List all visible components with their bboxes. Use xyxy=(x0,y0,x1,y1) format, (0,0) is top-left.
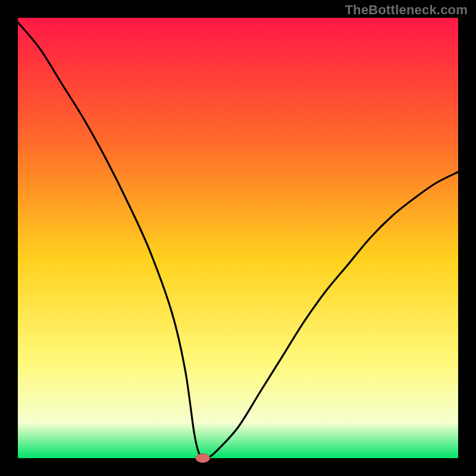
watermark-text: TheBottleneck.com xyxy=(345,2,468,18)
chart-frame: { "watermark": "TheBottleneck.com", "col… xyxy=(0,0,476,476)
plot-background xyxy=(18,18,458,458)
bottleneck-chart xyxy=(0,0,476,476)
optimum-marker xyxy=(196,454,210,463)
